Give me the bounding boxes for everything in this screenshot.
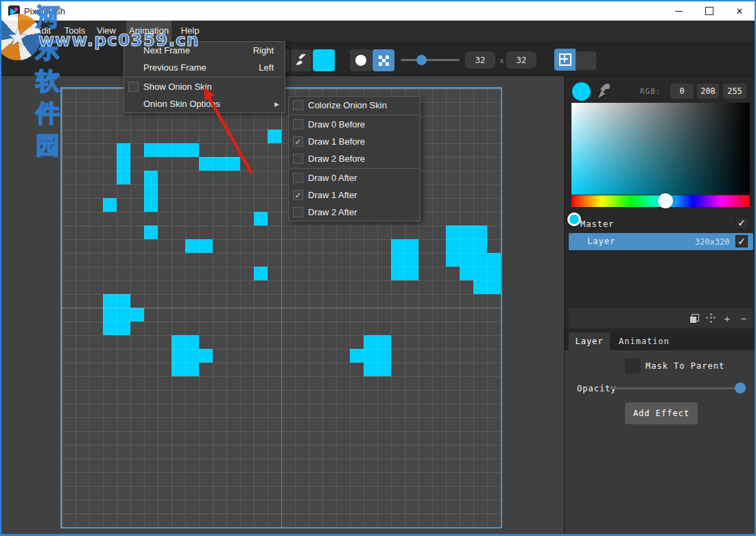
color-swatch-button[interactable] [313, 49, 335, 71]
menubar-item-file[interactable]: File [7, 21, 27, 41]
checkbox[interactable] [293, 119, 303, 130]
check-slot [128, 45, 139, 56]
menu-item-next-frame[interactable]: Next FrameRight [124, 42, 285, 59]
pixel-cell [391, 267, 405, 280]
menu-item-show-onion-skin[interactable]: Show Onion Skin [124, 78, 285, 95]
checkbox[interactable]: ✓ [293, 190, 303, 200]
layer-visibility-checkbox[interactable]: ✓ [735, 235, 748, 247]
menu-item-previous-frame[interactable]: Previous FrameLeft [124, 59, 285, 76]
pixel-cell [103, 308, 117, 321]
pixel-cell [185, 335, 199, 349]
menu-item-draw-2-after[interactable]: Draw 2 After [289, 204, 420, 221]
duplicate-icon [690, 314, 699, 323]
circle-brush-icon [355, 55, 366, 66]
pixel-cell [377, 335, 391, 349]
check-slot [128, 62, 139, 73]
tab-layer[interactable]: Layer [569, 332, 610, 350]
eyedropper-icon[interactable] [596, 82, 611, 100]
canvas-height-field[interactable]: 32 [506, 51, 536, 69]
add-effect-button[interactable]: Add Effect [625, 402, 698, 424]
layer-row[interactable]: Layer 320x320 ✓ [569, 233, 753, 250]
rgb-g-field[interactable]: 208 [697, 84, 719, 99]
pixel-cell [226, 157, 240, 171]
hue-selector[interactable] [658, 193, 673, 208]
mask-to-parent-checkbox[interactable] [625, 358, 640, 374]
menu-item-draw-1-before[interactable]: ✓Draw 1 Before [289, 133, 420, 150]
circle-brush-button[interactable] [350, 49, 372, 71]
pixel-cell [460, 253, 473, 267]
maximize-icon [705, 7, 713, 15]
app-icon [8, 5, 20, 17]
window-border-top [0, 0, 756, 1]
menu-item-draw-1-after[interactable]: ✓Draw 1 After [289, 186, 420, 204]
move-layer-button[interactable] [703, 310, 718, 326]
pixel-cell [117, 321, 130, 335]
saturation-value-picker[interactable] [571, 103, 750, 195]
layer-size: 320x320 [695, 237, 730, 247]
menu-separator [290, 168, 418, 169]
checkbox[interactable] [293, 154, 303, 164]
brush-size-slider[interactable] [401, 59, 460, 61]
menu-item-draw-0-before[interactable]: Draw 0 Before [289, 116, 420, 133]
pixel-cell [446, 253, 460, 267]
menu-item-draw-0-after[interactable]: Draw 0 After [289, 169, 420, 186]
menubar-item-help[interactable]: Help [177, 21, 203, 41]
pixel-cell [117, 157, 130, 171]
pixel-pattern-icon [379, 56, 389, 66]
size-separator: x [499, 56, 504, 65]
master-visibility-checkbox[interactable]: ✓ [735, 217, 748, 229]
brush-size-slider-knob[interactable] [416, 55, 427, 65]
grid-toggle-button[interactable] [554, 49, 576, 71]
current-color-swatch[interactable] [572, 82, 591, 101]
duplicate-layer-button[interactable] [687, 310, 702, 326]
pixel-cell [487, 280, 501, 294]
checkbox[interactable] [128, 82, 139, 92]
remove-layer-button[interactable]: − [736, 310, 751, 326]
brush-tool-button[interactable] [291, 49, 311, 71]
pixel-cell [199, 349, 213, 363]
menubar-item-tools[interactable]: Tools [62, 21, 88, 41]
menu-item-draw-2-before[interactable]: Draw 2 Before [289, 150, 420, 167]
pixel-canvas[interactable] [60, 87, 502, 528]
rgb-r-field[interactable]: 0 [670, 84, 694, 99]
right-panel: RGB: 0 208 255 Master ✓ Layer 320x320 ✓ … [564, 75, 755, 536]
menu-item-colorize-onion-skin[interactable]: Colorize Onion Skin [289, 97, 420, 114]
pixel-cell [405, 253, 418, 267]
brush-icon [295, 54, 307, 66]
checkbox[interactable] [293, 173, 303, 183]
checkbox[interactable] [293, 100, 303, 110]
pixel-cell [185, 349, 199, 363]
menu-item-label: Onion Skin Options [143, 99, 274, 109]
opacity-slider-knob[interactable] [735, 382, 746, 393]
add-layer-button[interactable]: + [720, 310, 735, 326]
sv-selector[interactable] [567, 212, 581, 226]
checkbox[interactable]: ✓ [293, 136, 303, 147]
rgb-b-field[interactable]: 255 [723, 84, 746, 99]
menubar-item-animation[interactable]: Animation [126, 21, 172, 41]
pixel-cell [144, 226, 158, 239]
menubar-item-view[interactable]: View [93, 21, 119, 41]
menu-item-label: Draw 2 After [308, 207, 420, 217]
menu-item-label: Draw 0 After [308, 173, 420, 183]
menubar-item-edit[interactable]: Edit [33, 21, 54, 41]
pixel-cell [117, 294, 130, 308]
menu-item-label: Draw 0 Before [308, 119, 420, 130]
maximize-button[interactable] [696, 1, 723, 21]
pixel-cell [144, 184, 158, 198]
pixel-cell [158, 143, 172, 157]
canvas-width-field[interactable]: 32 [465, 51, 495, 69]
grid-option-button[interactable] [576, 51, 596, 70]
pixel-cell [391, 239, 405, 253]
pixel-brush-button[interactable] [373, 49, 394, 71]
master-layer-label[interactable]: Master [580, 219, 614, 229]
opacity-slider[interactable] [610, 387, 744, 389]
checkbox[interactable] [293, 207, 303, 217]
toolbar: 32 x 32 [1, 41, 755, 76]
menu-item-label: Previous Frame [143, 62, 259, 73]
minimize-button[interactable] [665, 1, 692, 21]
layer-tab-content: Mask To Parent Opacity Add Effect [565, 350, 755, 536]
pixel-cell [487, 253, 501, 267]
close-button[interactable]: ✕ [726, 1, 753, 21]
menu-item-onion-skin-options[interactable]: Onion Skin Options▶ [124, 95, 285, 112]
tab-animation[interactable]: Animation [610, 332, 678, 350]
